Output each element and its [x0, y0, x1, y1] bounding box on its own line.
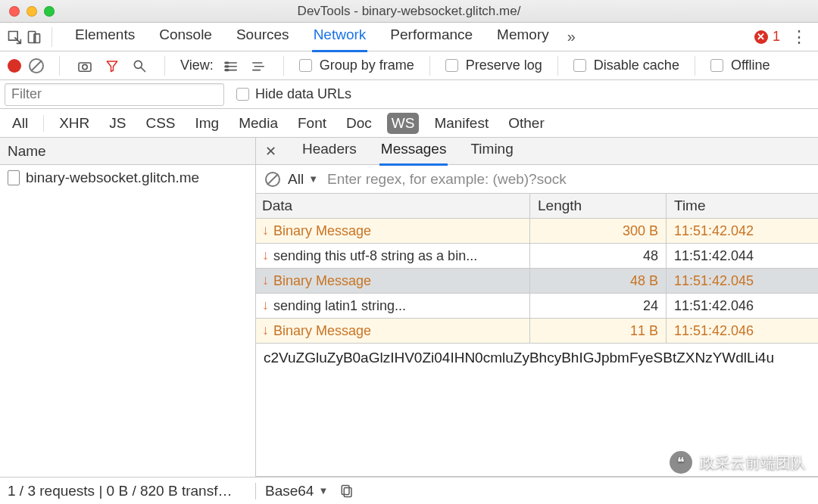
disable-cache-label: Disable cache	[594, 58, 679, 73]
type-filter-other[interactable]: Other	[504, 113, 549, 134]
type-filter-all[interactable]: All	[8, 113, 33, 134]
message-length: 48	[530, 244, 667, 268]
message-time: 11:51:42.046	[667, 319, 818, 343]
detail-tab-messages[interactable]: Messages	[379, 137, 448, 166]
message-row[interactable]: ↓Binary Message11 B11:51:42.046	[256, 319, 818, 344]
panel-tab-performance[interactable]: Performance	[389, 22, 474, 52]
type-filter-js[interactable]: JS	[105, 113, 130, 134]
capture-screenshot-icon[interactable]	[75, 56, 95, 76]
offline-checkbox[interactable]	[710, 59, 723, 72]
requests-list: Name binary-websocket.glitch.me	[0, 138, 256, 477]
message-data: ↓Binary Message	[256, 319, 530, 343]
hide-data-urls-checkbox[interactable]	[236, 88, 249, 101]
wechat-icon: ❝	[670, 451, 692, 474]
col-length[interactable]: Length	[530, 194, 667, 218]
panel-tabs: ElementsConsoleSourcesNetworkPerformance…	[73, 22, 551, 52]
col-time[interactable]: Time	[667, 194, 818, 218]
record-button[interactable]	[8, 59, 21, 73]
svg-rect-7	[342, 485, 350, 494]
arrow-down-icon: ↓	[262, 247, 269, 263]
view-label: View:	[180, 58, 214, 73]
panel-tab-elements[interactable]: Elements	[73, 22, 136, 52]
message-length: 300 B	[530, 219, 667, 243]
detail-tab-headers[interactable]: Headers	[301, 137, 358, 166]
message-time: 11:51:42.042	[667, 219, 818, 243]
copy-button[interactable]	[337, 481, 357, 501]
network-toolbar: View: Group by frame Preserve log Disabl…	[0, 51, 818, 80]
message-row[interactable]: ↓sending latin1 string...2411:51:42.046	[256, 294, 818, 319]
panel-tab-memory[interactable]: Memory	[495, 22, 551, 52]
message-direction-label: All	[288, 171, 304, 188]
messages-table: Data Length Time ↓Binary Message300 B11:…	[256, 194, 818, 344]
message-data: ↓Binary Message	[256, 219, 530, 243]
message-data: ↓sending latin1 string...	[256, 294, 530, 318]
disable-cache-checkbox[interactable]	[573, 59, 586, 72]
close-detail-button[interactable]: ✕	[265, 143, 276, 160]
request-name: binary-websocket.glitch.me	[26, 170, 199, 186]
message-row[interactable]: ↓Binary Message48 B11:51:42.045	[256, 269, 818, 294]
message-row[interactable]: ↓Binary Message300 B11:51:42.042	[256, 219, 818, 244]
inspect-element-icon[interactable]	[5, 27, 24, 47]
window-controls	[0, 6, 55, 17]
type-filter-font[interactable]: Font	[293, 113, 331, 134]
error-count-badge[interactable]: ✕ 1	[754, 29, 780, 45]
messages-filter-row: All ▼	[256, 165, 818, 194]
window-title: DevTools - binary-websocket.glitch.me/	[298, 4, 521, 19]
close-window-button[interactable]	[9, 6, 20, 17]
error-count: 1	[773, 29, 780, 45]
request-row[interactable]: binary-websocket.glitch.me	[0, 165, 255, 191]
large-rows-icon[interactable]	[221, 56, 241, 76]
overview-icon[interactable]	[248, 56, 268, 76]
separator	[164, 56, 165, 76]
message-time: 11:51:42.046	[667, 294, 818, 318]
panel-tab-sources[interactable]: Sources	[235, 22, 291, 52]
arrow-down-icon: ↓	[262, 322, 269, 338]
file-icon	[8, 170, 20, 185]
overflow-tabs-button[interactable]: »	[567, 28, 576, 45]
device-toolbar-icon[interactable]	[24, 27, 44, 47]
message-data: ↓sending this utf-8 string as a bin...	[256, 244, 530, 268]
clear-button[interactable]	[29, 58, 44, 73]
encoding-dropdown[interactable]: Base64 ▼	[265, 483, 328, 499]
svg-point-5	[134, 61, 142, 68]
separator	[557, 56, 558, 76]
message-length: 48 B	[530, 269, 667, 293]
devtools-topbar: ElementsConsoleSourcesNetworkPerformance…	[0, 23, 818, 51]
arrow-down-icon: ↓	[262, 222, 269, 238]
type-filter-css[interactable]: CSS	[141, 113, 180, 134]
message-data: ↓Binary Message	[256, 269, 530, 293]
panel-tab-console[interactable]: Console	[158, 22, 214, 52]
group-by-frame-checkbox[interactable]	[299, 59, 312, 72]
col-data[interactable]: Data	[256, 194, 530, 218]
type-filter-ws[interactable]: WS	[387, 113, 420, 134]
filter-input[interactable]	[5, 83, 224, 106]
settings-menu-button[interactable]: ⋮	[785, 27, 813, 47]
minimize-window-button[interactable]	[27, 6, 37, 17]
panel-tab-network[interactable]: Network	[312, 22, 368, 52]
filter-icon[interactable]	[102, 56, 122, 76]
message-direction-dropdown[interactable]: All ▼	[288, 171, 318, 188]
svg-rect-6	[345, 487, 352, 496]
zoom-window-button[interactable]	[44, 6, 55, 17]
type-filter-manifest[interactable]: Manifest	[429, 113, 493, 134]
resource-type-filter: AllXHRJSCSSImgMediaFontDocWSManifestOthe…	[0, 109, 818, 138]
message-row[interactable]: ↓sending this utf-8 string as a bin...48…	[256, 244, 818, 269]
preserve-log-checkbox[interactable]	[445, 59, 458, 72]
chevron-down-icon: ▼	[308, 173, 318, 185]
message-length: 11 B	[530, 319, 667, 343]
detail-tab-timing[interactable]: Timing	[469, 137, 514, 166]
type-filter-doc[interactable]: Doc	[342, 113, 376, 134]
error-icon: ✕	[754, 30, 768, 44]
requests-header-name[interactable]: Name	[0, 138, 255, 165]
clear-messages-button[interactable]	[265, 172, 280, 187]
detail-tabs: ✕ HeadersMessagesTiming	[256, 138, 818, 165]
status-summary: 1 / 3 requests | 0 B / 820 B transf…	[0, 483, 256, 499]
separator	[429, 56, 430, 76]
messages-regex-input[interactable]	[326, 170, 809, 188]
search-icon[interactable]	[130, 56, 149, 76]
type-filter-xhr[interactable]: XHR	[55, 113, 94, 134]
type-filter-media[interactable]: Media	[234, 113, 283, 134]
type-filter-img[interactable]: Img	[191, 113, 224, 134]
status-bar: 1 / 3 requests | 0 B / 820 B transf… Bas…	[0, 477, 818, 504]
encoding-label: Base64	[265, 483, 314, 499]
